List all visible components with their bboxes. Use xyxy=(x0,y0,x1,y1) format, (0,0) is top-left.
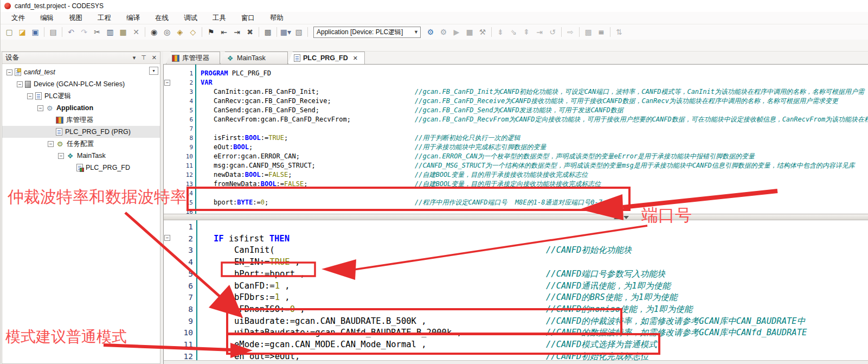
next-statement-icon[interactable]: ⇨ xyxy=(564,26,576,38)
implementation-editor[interactable]: 12−IF isfirst THEN3CanInit(//CANFD初始化功能块… xyxy=(164,220,868,360)
code-line-12[interactable]: 12en_out=>eOut,//CANFD初始化完成标志位 xyxy=(164,351,868,360)
device-combo-button[interactable]: ▾ xyxy=(149,67,158,75)
find-icon[interactable]: ◉ xyxy=(148,26,160,38)
tab-maintask[interactable]: ❖MainTask xyxy=(220,52,288,64)
menu-item-9[interactable]: 帮助 xyxy=(262,12,291,24)
code-line-3[interactable]: 3CanInit:gcan.FB_CanFD_Init;//gcan.FB_Ca… xyxy=(164,87,868,97)
cut-icon[interactable]: ✂ xyxy=(91,26,103,38)
tree-item-plc_prg_fd-prg-[interactable]: PLC_PRG_FD (PRG) xyxy=(2,126,160,138)
code-line-6[interactable]: 6CanRecvFrom:gcan.FB_CanFD_RecvFrom;//gc… xyxy=(164,115,868,124)
tree-item-canfd_test[interactable]: −canfd_test xyxy=(2,66,160,78)
reset-icon[interactable]: ↺ xyxy=(546,26,558,38)
panel-close-icon[interactable]: ✕ xyxy=(152,54,157,61)
declarations-grid-icon[interactable]: ▦▾ xyxy=(280,26,292,38)
code-line-12[interactable]: 12newData:BOOL:=FALSE;//自建BOOL变量，目的用于承接接… xyxy=(164,170,868,180)
tree-item--[interactable]: 库管理器 xyxy=(2,114,160,126)
bookmark-icon[interactable]: ⚑ xyxy=(205,26,217,38)
code-line-10[interactable]: 10eError:gcan.ERROR_CAN;//gcan.ERROR_CAN… xyxy=(164,152,868,161)
tree-expander-icon[interactable]: − xyxy=(17,81,23,87)
fold-toggle-icon[interactable]: − xyxy=(164,235,170,241)
delete-icon[interactable]: ✕ xyxy=(130,26,142,38)
tab-plc_prg_fd[interactable]: PLC_PRG_FD✕ xyxy=(288,52,365,64)
next-bookmark-icon[interactable]: ⇥ xyxy=(231,26,243,38)
editor-splitter[interactable] xyxy=(164,214,868,220)
undo-icon[interactable]: ↶ xyxy=(65,26,77,38)
horizontal-scrollbar[interactable] xyxy=(164,360,868,364)
step-into-icon[interactable]: ⇘ xyxy=(507,26,519,38)
tree-expander-icon[interactable]: − xyxy=(7,69,12,75)
replace-in-files-icon[interactable]: ◇ xyxy=(187,26,199,38)
code-line-1[interactable]: 1 xyxy=(164,221,868,233)
tree-expander-icon[interactable]: − xyxy=(37,105,43,111)
code-line-1[interactable]: 1PROGRAM PLC_PRG_FD xyxy=(164,69,868,78)
prev-bookmark-icon[interactable]: ⇤ xyxy=(218,26,230,38)
code-line-4[interactable]: 4CanRecv:gcan.FB_CanFD_Receive;//gcan.FB… xyxy=(164,97,868,106)
logout-icon[interactable]: ⚙ xyxy=(438,26,449,38)
tree-expander-icon[interactable]: − xyxy=(27,93,33,99)
menu-item-5[interactable]: 在线 xyxy=(147,12,176,24)
code-line-7[interactable]: 7bFDbrs:=1 ,//CANFD的BRS使能，为1即为使能 xyxy=(164,292,868,304)
panel-dropdown-icon[interactable]: ▾ xyxy=(133,54,136,61)
menu-item-8[interactable]: 窗口 xyxy=(234,12,262,24)
tree-item-maintask[interactable]: −❖MainTask xyxy=(2,150,160,162)
menu-item-3[interactable]: 工程 xyxy=(90,12,119,24)
tree-item-device-gcan-plc-m-series-[interactable]: −Device (GCAN-PLC-M Series) xyxy=(2,78,160,90)
paste-icon[interactable]: ▦ xyxy=(117,26,129,38)
run-to-cursor-icon[interactable]: ⇥ xyxy=(533,26,545,38)
menu-item-4[interactable]: 编译 xyxy=(119,12,147,24)
code-line-11[interactable]: 11eMode:=gcan.CAN_MODE.CAN_Mode_Normal ,… xyxy=(164,339,868,351)
fold-toggle-icon[interactable]: − xyxy=(164,80,170,86)
menu-item-1[interactable]: 编辑 xyxy=(33,12,61,24)
toggle-breakpoint-icon[interactable]: ▩ xyxy=(582,26,594,38)
code-line-5[interactable]: 5bPort:=bport ,//CANFD端口号参数写入功能块 xyxy=(164,269,868,280)
code-line-2[interactable]: 2−VAR xyxy=(164,78,868,87)
code-line-7[interactable]: 7 xyxy=(164,124,868,133)
tab-close-icon[interactable]: ✕ xyxy=(353,55,358,62)
menu-item-6[interactable]: 调试 xyxy=(176,12,205,24)
print-icon[interactable]: ▤ xyxy=(47,26,59,38)
redo-icon[interactable]: ↷ xyxy=(78,26,90,38)
save-icon[interactable]: ▣ xyxy=(29,26,41,38)
code-line-8[interactable]: 8isFirst:BOOL:=TRUE;//用于判断初始化只执行一次的逻辑 xyxy=(164,133,868,143)
code-line-8[interactable]: 8bFDnonISO:=0 ,//CANFD的noniso使能，为1即为使能 xyxy=(164,304,868,316)
application-selector[interactable]: Application [Device: PLC逻辑]▼ xyxy=(313,27,421,38)
splitter-down-icon[interactable] xyxy=(623,216,629,219)
code-line-6[interactable]: 6bCanFD:=1 ,//CANFD通讯使能，为1即为使能 xyxy=(164,280,868,292)
tab-库管理器[interactable]: 库管理器 xyxy=(166,52,220,64)
code-line-15[interactable]: 15bport:BYTE:=0;//程序中用作设定CANFD端口号 M8E的1-… xyxy=(164,198,868,207)
code-line-14[interactable]: 14 xyxy=(164,189,868,198)
start-icon[interactable]: ▶ xyxy=(451,26,462,38)
code-line-4[interactable]: 4EN_IN:=TRUE , xyxy=(164,257,868,269)
splitter-up-icon[interactable] xyxy=(614,216,619,219)
stop-icon[interactable]: ■ xyxy=(464,26,475,38)
step-out-icon[interactable]: ⇞ xyxy=(520,26,532,38)
find-in-files-icon[interactable]: ◈ xyxy=(174,26,186,38)
code-line-11[interactable]: 11msg:gcan.CANFD_MSG_STRUCT;//CANFD_MSG_… xyxy=(164,161,868,170)
step-over-icon[interactable]: ⇟ xyxy=(494,26,506,38)
code-line-3[interactable]: 3CanInit(//CANFD初始化功能块 xyxy=(164,245,868,257)
tree-item-plc_prg_fd[interactable]: PLC_PRG_FD xyxy=(2,162,160,174)
tree-item-plc-[interactable]: −PLC逻辑 xyxy=(2,90,160,102)
new-file-icon[interactable]: ▢ xyxy=(3,26,15,38)
input-assistant-icon[interactable]: ▩ xyxy=(262,26,274,38)
replace-icon[interactable]: ◎ xyxy=(161,26,173,38)
call-tree-icon[interactable]: ≡ xyxy=(595,26,607,38)
code-line-9[interactable]: 9eOut:BOOL;//用于承接功能块中完成标志引脚数据的变量 xyxy=(164,143,868,152)
panel-pin-icon[interactable]: ⊤ xyxy=(141,54,146,61)
code-line-10[interactable]: 10uiDataBaudrate:=gcan.CANfd_BAUDRATE.B_… xyxy=(164,327,868,339)
tree-expander-icon[interactable]: − xyxy=(58,153,64,159)
menu-item-0[interactable]: 文件 xyxy=(4,12,33,24)
code-line-16[interactable]: 16 xyxy=(164,207,868,214)
code-line-13[interactable]: 13fromNewData:BOOL:=FALSE;//自建BOOL变量，目的用… xyxy=(164,180,868,189)
single-cycle-icon[interactable]: ⚒ xyxy=(477,26,488,38)
tree-item--[interactable]: −⚙任务配置 xyxy=(2,138,160,150)
declaration-editor[interactable]: 1PROGRAM PLC_PRG_FD2−VAR3CanInit:gcan.FB… xyxy=(164,65,868,214)
code-line-5[interactable]: 5CanSend:gcan.FB_CanFD_Send;//gcan.FB_Ca… xyxy=(164,106,868,115)
menu-item-7[interactable]: 工具 xyxy=(205,12,234,24)
refresh-icon[interactable]: ⇅ xyxy=(613,26,625,38)
open-file-icon[interactable]: ◪ xyxy=(16,26,28,38)
export-icon[interactable]: ▧ xyxy=(293,26,305,38)
tree-item-application[interactable]: −⚙Application xyxy=(2,102,160,114)
clear-bookmarks-icon[interactable]: ✖ xyxy=(244,26,256,38)
tree-expander-icon[interactable]: − xyxy=(48,141,54,147)
